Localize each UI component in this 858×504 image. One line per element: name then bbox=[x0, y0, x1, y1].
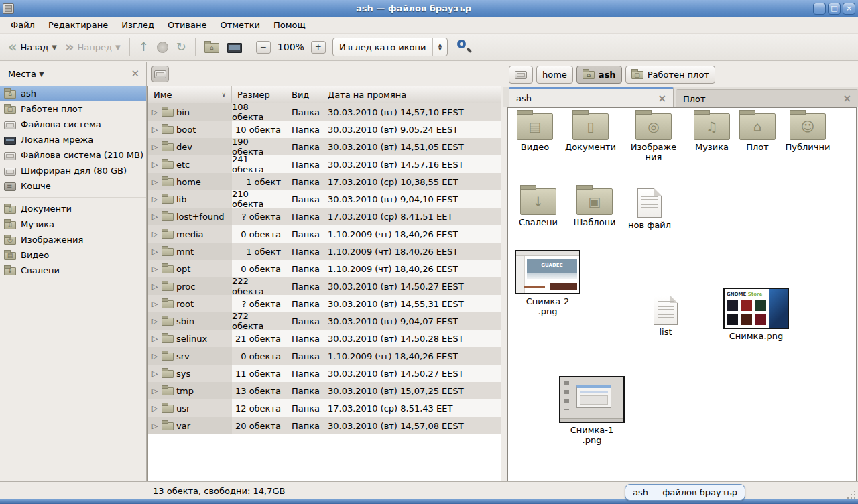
icon-item-нов файл[interactable]: нов файл bbox=[625, 188, 674, 230]
expander-icon[interactable]: ▷ bbox=[151, 422, 159, 430]
expander-icon[interactable]: ▷ bbox=[151, 230, 159, 239]
sidebar-item-Видео[interactable]: ▤Видео bbox=[0, 247, 146, 263]
icon-item-Снимка.png[interactable]: GNOME StoreСнимка.png bbox=[719, 288, 794, 341]
tree-row-sbin[interactable]: ▷sbin272 обектаПапка30.03.2010 (вт) 9,04… bbox=[148, 312, 501, 330]
expander-icon[interactable]: ▷ bbox=[151, 212, 159, 221]
expander-icon[interactable]: ▷ bbox=[151, 387, 159, 395]
menu-Отиване[interactable]: Отиване bbox=[161, 18, 213, 32]
forward-button[interactable]: » Напред ▼ bbox=[61, 39, 125, 55]
icon-item-Плот[interactable]: ⌂Плот bbox=[739, 113, 776, 152]
expander-icon[interactable]: ▷ bbox=[151, 300, 159, 308]
view-mode-spinner[interactable]: ▲▼ bbox=[432, 38, 447, 56]
close-button[interactable]: × bbox=[843, 3, 855, 15]
column-header-Дата на промяна[interactable]: Дата на промяна bbox=[322, 86, 501, 103]
zoom-in-button[interactable]: + bbox=[311, 41, 326, 54]
tree-row-tmp[interactable]: ▷tmp13 обектаПапка30.03.2010 (вт) 15,07,… bbox=[148, 382, 501, 399]
up-button[interactable]: ↑ bbox=[135, 39, 153, 55]
zoom-out-button[interactable]: − bbox=[256, 41, 271, 54]
icon-item-Свалени[interactable]: ↓Свалени bbox=[515, 188, 562, 227]
tree-row-home[interactable]: ▷home1 обектПапка17.03.2010 (ср) 10,38,5… bbox=[148, 173, 501, 190]
sidebar-item-Локална мрежа[interactable]: Локална мрежа bbox=[0, 132, 146, 147]
expander-icon[interactable]: ▷ bbox=[151, 108, 159, 117]
expander-icon[interactable]: ▷ bbox=[151, 282, 159, 291]
tree-row-proc[interactable]: ▷proc222 обектаПапка30.03.2010 (вт) 14,5… bbox=[148, 277, 501, 295]
icon-item-Снимка-1.png[interactable]: Снимка-1.png bbox=[556, 376, 627, 445]
sidebar-item-Музика[interactable]: ♫Музика bbox=[0, 216, 146, 232]
expander-icon[interactable]: ▷ bbox=[151, 265, 159, 273]
sidebar-item-Шифриран дял (80 GB)[interactable]: Шифриран дял (80 GB) bbox=[0, 163, 146, 178]
sidebar-item-Файлова система[interactable]: Файлова система bbox=[0, 117, 146, 132]
menu-Редактиране[interactable]: Редактиране bbox=[42, 18, 115, 32]
tab-close-icon[interactable]: × bbox=[843, 92, 851, 105]
reload-button[interactable]: ↻ bbox=[172, 39, 190, 55]
icon-item-Изображения[interactable]: ◎Изображения bbox=[625, 113, 682, 162]
icon-item-Видео[interactable]: ▤Видео bbox=[513, 113, 556, 152]
menu-Изглед[interactable]: Изглед bbox=[115, 18, 161, 32]
sidebar-item-Файлова система (210 MB)[interactable]: Файлова система (210 MB) bbox=[0, 147, 146, 163]
maximize-button[interactable]: □ bbox=[828, 3, 841, 15]
tab-close-icon[interactable]: × bbox=[658, 92, 666, 105]
tree-row-lib[interactable]: ▷lib210 обектаПапка30.03.2010 (вт) 9,04,… bbox=[148, 190, 501, 208]
expander-icon[interactable]: ▷ bbox=[151, 369, 159, 378]
sidebar-item-Работен плот[interactable]: ▢Работен плот bbox=[0, 101, 146, 117]
column-header-Име[interactable]: Име∨ bbox=[148, 86, 232, 103]
icon-view[interactable]: ▤Видео▯Документи◎Изображения♫Музика⌂Плот… bbox=[507, 107, 857, 481]
tree-row-boot[interactable]: ▷boot10 обектаПапка30.03.2010 (вт) 9,05,… bbox=[148, 121, 501, 138]
tree-row-var[interactable]: ▷var20 обектаПапка30.03.2010 (вт) 14,57,… bbox=[148, 417, 501, 434]
menu-Файл[interactable]: Файл bbox=[4, 18, 42, 32]
menu-Отметки[interactable]: Отметки bbox=[213, 18, 266, 32]
sidebar-item-Кошче[interactable]: Кошче bbox=[0, 178, 146, 194]
icon-item-Документи[interactable]: ▯Документи bbox=[562, 113, 619, 152]
expander-icon[interactable]: ▷ bbox=[151, 195, 159, 204]
tree-row-sys[interactable]: ▷sys11 обектаПапка30.03.2010 (вт) 14,50,… bbox=[148, 365, 501, 382]
icon-item-Снимка-2.png[interactable]: GUADECСнимка-2.png bbox=[512, 250, 583, 316]
sidebar-item-ash[interactable]: ⌂ash bbox=[0, 86, 146, 101]
expander-icon[interactable]: ▷ bbox=[151, 143, 159, 151]
view-mode-select[interactable]: Изглед като икони ▲▼ bbox=[332, 38, 448, 56]
expander-icon[interactable]: ▷ bbox=[151, 178, 159, 186]
breadcrumb-home[interactable]: home bbox=[536, 66, 573, 84]
search-button[interactable] bbox=[456, 38, 473, 56]
tree-row-etc[interactable]: ▷etc241 обектаПапка30.03.2010 (вт) 14,57… bbox=[148, 155, 501, 173]
sidebar-caret-icon[interactable]: ▼ bbox=[39, 70, 44, 78]
expander-icon[interactable]: ▷ bbox=[151, 404, 159, 413]
tree-row-mnt[interactable]: ▷mnt1 обектПапка1.10.2009 (чт) 18,40,26 … bbox=[148, 243, 501, 260]
expander-icon[interactable]: ▷ bbox=[151, 334, 159, 343]
icon-item-list[interactable]: list bbox=[646, 296, 685, 337]
tree-row-bin[interactable]: ▷bin108 обектаПапка30.03.2010 (вт) 14,57… bbox=[148, 103, 501, 121]
minimize-button[interactable]: — bbox=[813, 3, 826, 15]
tree-row-dev[interactable]: ▷dev190 обектаПапка30.03.2010 (вт) 14,51… bbox=[148, 138, 501, 155]
filesystem-root-button[interactable] bbox=[151, 66, 169, 82]
icon-item-Музика[interactable]: ♫Музика bbox=[690, 113, 733, 152]
column-header-Размер[interactable]: Размер bbox=[232, 86, 286, 103]
column-header-Вид[interactable]: Вид bbox=[286, 86, 322, 103]
back-button[interactable]: « Назад ▼ bbox=[4, 39, 61, 55]
sidebar-item-Изображения[interactable]: ◎Изображения bbox=[0, 232, 146, 247]
tree-row-lost+found[interactable]: ▷lost+found? обектаПапка17.03.2010 (ср) … bbox=[148, 208, 501, 225]
back-history-caret[interactable]: ▼ bbox=[52, 44, 57, 51]
home-button[interactable]: ⌂ bbox=[200, 40, 223, 55]
resize-grip[interactable] bbox=[854, 491, 855, 492]
menu-Помощ[interactable]: Помощ bbox=[267, 18, 312, 32]
sidebar-item-Документи[interactable]: ▯Документи bbox=[0, 201, 146, 216]
expander-icon[interactable]: ▷ bbox=[151, 160, 159, 169]
tree-row-media[interactable]: ▷media0 обектаПапка1.10.2009 (чт) 18,40,… bbox=[148, 225, 501, 243]
tab-ash[interactable]: ash× bbox=[509, 87, 674, 107]
breadcrumb-Работен плот[interactable]: ▢Работен плот bbox=[625, 66, 715, 84]
breadcrumb-ash[interactable]: ⌂ash bbox=[576, 66, 622, 84]
sidebar-title[interactable]: Места bbox=[8, 69, 36, 79]
forward-history-caret[interactable]: ▼ bbox=[115, 44, 121, 51]
stop-button[interactable] bbox=[153, 40, 172, 55]
expander-icon[interactable]: ▷ bbox=[151, 125, 159, 134]
sidebar-item-Свалени[interactable]: ↓Свалени bbox=[0, 263, 146, 278]
expander-icon[interactable]: ▷ bbox=[151, 317, 159, 326]
tree-row-selinux[interactable]: ▷selinux21 обектаПапка30.03.2010 (вт) 14… bbox=[148, 330, 501, 347]
tree-row-usr[interactable]: ▷usr12 обектаПапка17.03.2010 (ср) 8,51,4… bbox=[148, 399, 501, 417]
tab-Плот[interactable]: Плот× bbox=[676, 89, 858, 107]
sidebar-close-icon[interactable]: ✕ bbox=[131, 68, 139, 80]
tree-row-opt[interactable]: ▷opt0 обектаПапка1.10.2009 (чт) 18,40,26… bbox=[148, 260, 501, 277]
breadcrumb-root[interactable] bbox=[509, 66, 533, 84]
computer-button[interactable] bbox=[223, 40, 246, 55]
expander-icon[interactable]: ▷ bbox=[151, 352, 159, 361]
expander-icon[interactable]: ▷ bbox=[151, 247, 159, 256]
